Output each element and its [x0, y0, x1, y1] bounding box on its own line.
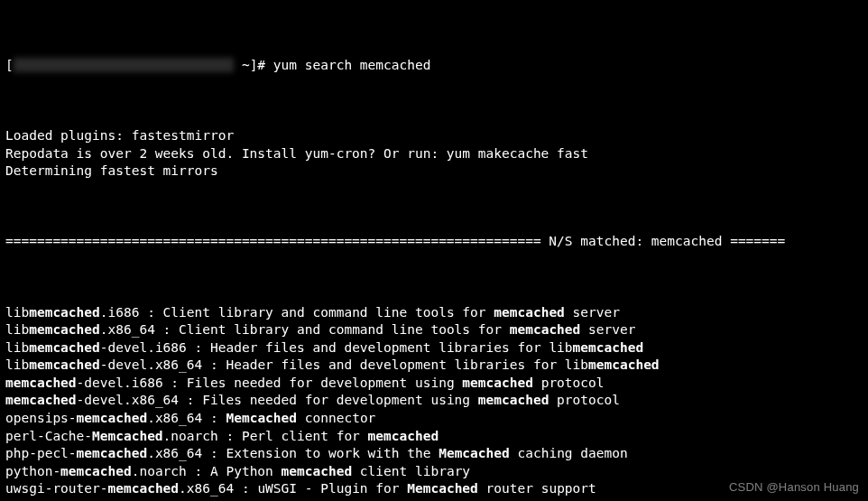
result-line: memcached-devel.x86_64 : Files needed fo… [5, 392, 863, 410]
result-pre: lib [5, 322, 29, 337]
result-tail: router support [478, 481, 596, 496]
result-tail: server [580, 322, 635, 337]
results-block: libmemcached.i686 : Client library and c… [5, 304, 863, 501]
result-line: libmemcached.i686 : Client library and c… [5, 304, 863, 322]
result-line: libmemcached-devel.x86_64 : Header files… [5, 357, 863, 375]
result-pre: lib [5, 305, 29, 320]
result-pre: php-pecl- [5, 446, 77, 460]
preamble-block: Loaded plugins: fastestmirrorRepodata is… [5, 127, 863, 181]
result-mid: -devel.x86_64 : Files needed for develop… [77, 393, 478, 407]
result-match: memcached [588, 357, 660, 372]
result-mid: -devel.i686 : Files needed for developme… [77, 376, 463, 390]
result-match: memcached [5, 393, 77, 407]
result-line: memcached-devel.i686 : Files needed for … [5, 375, 863, 393]
result-tail: server [565, 305, 620, 320]
result-mid: .x86_64 : Extension to work with the [147, 446, 439, 460]
result-pre: opensips- [5, 411, 77, 425]
match-header: ========================================… [5, 233, 863, 251]
result-match: Memcached [439, 446, 510, 460]
result-line: php-pecl-memcached.x86_64 : Extension to… [5, 445, 863, 463]
prompt-line: [ ~]# yum search memcached [5, 57, 863, 75]
result-mid: .x86_64 : uWSGI - Plugin for [179, 481, 407, 496]
result-pre: python- [5, 464, 60, 478]
hostname-redacted [14, 58, 234, 72]
result-tail: caching daemon [510, 446, 628, 460]
result-match: memcached [478, 393, 549, 407]
header-rule-right: ======= [722, 234, 785, 248]
result-mid: -devel.i686 : Header files and developme… [100, 340, 573, 355]
result-line: perl-Cache-Memcached.noarch : Perl clien… [5, 428, 863, 446]
preamble-line: Determining fastest mirrors [5, 162, 863, 181]
result-tail: connector [297, 411, 375, 425]
typed-command: yum search memcached [273, 58, 431, 72]
result-match: memcached [77, 446, 148, 460]
terminal-window[interactable]: [ ~]# yum search memcached Loaded plugin… [0, 0, 868, 501]
result-mid: .noarch : A Python [132, 464, 282, 478]
prompt-suffix: ~]# [234, 58, 273, 72]
result-match: memcached [60, 464, 132, 478]
result-mid: .x86_64 : [147, 411, 226, 425]
preamble-line: Repodata is over 2 weeks old. Install yu… [5, 145, 863, 163]
result-match: memcached [108, 481, 180, 496]
result-match: memcached [462, 376, 533, 390]
result-mid: -devel.x86_64 : Header files and develop… [100, 357, 588, 372]
result-match: memcached [29, 305, 100, 320]
result-match: memcached [29, 357, 100, 372]
result-mid: .i686 : Client library and command line … [100, 305, 494, 320]
result-match: memcached [77, 411, 148, 425]
result-match: Memcached [407, 481, 478, 496]
result-match: memcached [494, 305, 565, 320]
result-tail: protocol [549, 393, 620, 407]
result-mid: .noarch : Perl client for [163, 429, 368, 443]
result-line: libmemcached.x86_64 : Client library and… [5, 321, 863, 339]
result-line: libmemcached-devel.i686 : Header files a… [5, 339, 863, 357]
result-pre: lib [5, 357, 29, 372]
result-match: Memcached [226, 411, 297, 425]
header-label: N/S matched: memcached [549, 234, 722, 248]
preamble-line: Loaded plugins: fastestmirror [5, 127, 863, 145]
result-match: memcached [573, 340, 644, 355]
result-pre: lib [5, 340, 29, 355]
result-pre: perl-Cache- [5, 429, 92, 443]
result-tail: client library [352, 464, 470, 478]
result-match: memcached [368, 429, 439, 443]
result-match: memcached [29, 322, 100, 337]
result-match: memcached [282, 464, 353, 478]
result-match: memcached [5, 376, 77, 390]
watermark: CSDN @Hanson Huang [729, 479, 859, 496]
result-line: opensips-memcached.x86_64 : Memcached co… [5, 410, 863, 428]
result-pre: uwsgi-router- [5, 481, 108, 496]
result-tail: protocol [533, 376, 605, 390]
result-match: memcached [29, 340, 100, 355]
result-line: python-memcached.noarch : A Python memca… [5, 463, 863, 481]
result-match: Memcached [92, 429, 163, 443]
result-match: memcached [510, 322, 581, 337]
result-mid: .x86_64 : Client library and command lin… [100, 322, 510, 337]
header-rule-left: ========================================… [5, 234, 549, 248]
